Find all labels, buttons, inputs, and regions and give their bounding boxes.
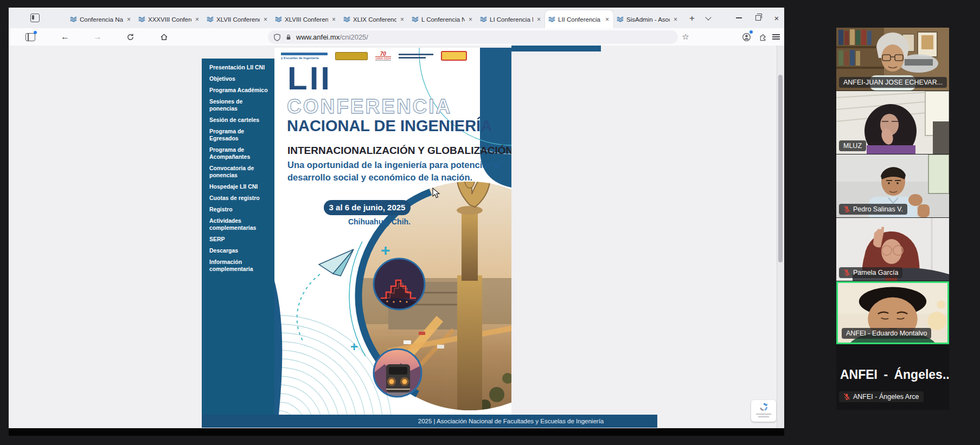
tab-xlviii-conferencia[interactable]: XLVIII Conferencia Naci ×: [272, 10, 340, 28]
tab-lii-conferencia-active[interactable]: LII Conferencia Nacio ×: [545, 10, 613, 28]
tab-label: XLVIII Conferencia Naci: [285, 16, 328, 23]
new-tab-button[interactable]: +: [686, 12, 699, 25]
sidebar-toggle-icon[interactable]: [24, 30, 37, 43]
tab-close-icon[interactable]: ×: [194, 16, 200, 23]
browser-window: Conferencia Nacional d × XXXVIII Confere…: [9, 8, 784, 428]
reload-icon[interactable]: [124, 30, 137, 43]
sidebar-item-objetivos[interactable]: Objetivos: [209, 75, 268, 82]
anfei-favicon-icon: [343, 16, 350, 23]
plus-icon: +: [381, 241, 390, 259]
home-icon[interactable]: [157, 30, 170, 43]
sidebar-item-programa-academico[interactable]: Programa Académico: [209, 87, 268, 94]
tab-label: XXXVIII Conferencia Na: [148, 16, 191, 23]
participant-tile-angeles-arce[interactable]: ANFEI - Ángeles... ANFEI - Ángeles Arce: [836, 345, 949, 410]
sidebar-item-serp[interactable]: SERP: [209, 236, 268, 243]
tab-close-icon[interactable]: ×: [399, 16, 405, 23]
firefox-view-icon[interactable]: [30, 14, 40, 22]
anfei-favicon-icon: [207, 16, 214, 23]
sidebar-item-registro[interactable]: Registro: [209, 206, 268, 213]
tab-close-icon[interactable]: ×: [604, 16, 610, 23]
sidebar-item-presentacion[interactable]: Presentación LII CNI: [209, 64, 268, 71]
anfei-favicon-icon: [617, 16, 624, 23]
mouse-cursor: [432, 188, 441, 199]
participant-name-tag: Pedro Salinas V.: [839, 204, 907, 215]
tab-conferencia-nacional[interactable]: Conferencia Nacional d ×: [67, 10, 135, 28]
window-restore-button[interactable]: [751, 8, 766, 28]
zoom-meeting-window: Conferencia Nacional d × XXXVIII Confere…: [0, 0, 980, 445]
forward-button[interactable]: →: [91, 30, 104, 43]
sidebar-item-cuotas[interactable]: Cuotas de registro: [209, 195, 268, 202]
window-minimize-button[interactable]: [731, 8, 746, 28]
window-close-button[interactable]: ×: [769, 8, 784, 28]
participant-tile-eduardo-montalvo-active[interactable]: ANFEI - Eduardo Montalvo: [836, 281, 949, 344]
sidebar-item-sesion-carteles[interactable]: Sesión de carteles: [209, 117, 268, 124]
muted-mic-icon: [843, 269, 850, 276]
sidebar-item-informacion[interactable]: Información complementaria: [209, 259, 268, 273]
recaptcha-badge[interactable]: [751, 400, 776, 422]
address-bar[interactable]: www.anfei.mx/cni2025/: [268, 30, 678, 44]
hamburger-menu-icon[interactable]: [770, 30, 783, 43]
url-path: /cni2025/: [340, 33, 368, 41]
poster-title-line1: CONFERENCIA: [287, 95, 452, 118]
poster-title-line2: NACIONAL DE INGENIERÍA: [287, 117, 492, 135]
participant-tile-pamela-garcia[interactable]: Pamela García: [836, 218, 949, 281]
anfei-favicon-icon: [412, 16, 419, 23]
tab-close-icon[interactable]: ×: [536, 16, 542, 23]
extensions-icon[interactable]: [756, 30, 769, 43]
site-sidebar-nav: Presentación LII CNI Objetivos Programa …: [202, 59, 274, 415]
notification-dot: [750, 30, 753, 34]
browser-toolbar: ← → www.anfei.mx/cni2025/ ☆: [9, 28, 784, 46]
page-scrollbar[interactable]: [777, 46, 784, 428]
page-viewport: Presentación LII CNI Objetivos Programa …: [9, 46, 784, 428]
poster-theme: INTERNACIONALIZACIÓN Y GLOBALIZACIÓN: [287, 145, 511, 157]
sidebar-item-programa-egresados[interactable]: Programa de Egresados: [209, 128, 268, 142]
account-icon[interactable]: [740, 30, 753, 43]
sidebar-item-convocatoria[interactable]: Convocatoria de ponencias: [209, 165, 268, 179]
tab-label: SisAdmin - Asociación: [626, 16, 670, 23]
tab-label: LI Conferencia Naciona: [490, 16, 533, 23]
partner-logo-gold: [335, 51, 368, 61]
sidebar-item-actividades[interactable]: Actividades complementarias: [209, 217, 268, 231]
tab-xlvii-conferencia[interactable]: XLVII Conferencia Naci ×: [203, 10, 272, 28]
tab-label: LII Conferencia Nacio: [558, 16, 601, 23]
sidebar-item-hospedaje[interactable]: Hospedaje LII CNI: [209, 183, 268, 190]
tab-close-icon[interactable]: ×: [467, 16, 473, 23]
tab-xlix-conferencia[interactable]: XLIX Conferencia Nacio ×: [340, 10, 408, 28]
poster-subtitle: Una oportunidad de la ingeniería para po…: [287, 159, 501, 184]
tab-label: L Conferencia Nacional: [421, 16, 465, 23]
tab-sisadmin[interactable]: SisAdmin - Asociación ×: [613, 10, 682, 28]
lock-icon[interactable]: [285, 34, 292, 41]
tab-li-conferencia[interactable]: LI Conferencia Naciona ×: [477, 10, 545, 28]
page-scrollbar-thumb[interactable]: [778, 75, 783, 262]
anfei-favicon-icon: [548, 16, 555, 23]
tab-close-icon[interactable]: ×: [126, 16, 132, 23]
anfei-favicon-icon: [70, 16, 77, 23]
poster-location: Chihuahua, Chih.: [324, 217, 411, 226]
tab-strip: Conferencia Nacional d × XXXVIII Confere…: [67, 10, 682, 28]
tab-close-icon[interactable]: ×: [331, 16, 337, 23]
url-text: www.anfei.mx/cni2025/: [296, 33, 368, 41]
participant-tile-pedro-salinas[interactable]: Pedro Salinas V.: [836, 154, 949, 217]
tab-label: XLIX Conferencia Nacio: [353, 16, 396, 23]
notification-dot: [34, 31, 37, 34]
bookmark-star-icon[interactable]: ☆: [679, 30, 692, 43]
tab-close-icon[interactable]: ×: [672, 16, 678, 23]
browser-tab-bar: Conferencia Nacional d × XXXVIII Confere…: [9, 8, 784, 28]
sidebar-item-descargas[interactable]: Descargas: [209, 247, 268, 254]
list-all-tabs-icon[interactable]: [704, 14, 713, 23]
tab-l-conferencia[interactable]: L Conferencia Nacional ×: [408, 10, 477, 28]
sidebar-item-sesiones-ponencias[interactable]: Sesiones de ponencias: [209, 98, 268, 112]
sidebar-item-programa-acompanantes[interactable]: Programa de Acompañantes: [209, 146, 268, 160]
participant-name-tag: ANFEI - Ángeles Arce: [839, 391, 924, 402]
partner-logo-badge: [441, 51, 467, 61]
tracking-shield-icon[interactable]: [273, 34, 281, 41]
tab-label: XLVII Conferencia Naci: [216, 16, 260, 23]
back-button[interactable]: ←: [59, 30, 72, 43]
anfei-favicon-icon: [275, 16, 282, 23]
partner-logo-text: [399, 51, 433, 61]
participant-tile-juan-jose[interactable]: ANFEI-JUAN JOSE ECHEVAR...: [836, 28, 949, 91]
participant-tile-mluz[interactable]: MLUZ: [836, 91, 949, 154]
tab-close-icon[interactable]: ×: [262, 16, 268, 23]
page-footer: 2025 | Asociación Nacional de Facultades…: [202, 415, 657, 428]
tab-xxxviii-conferencia[interactable]: XXXVIII Conferencia Na ×: [135, 10, 203, 28]
